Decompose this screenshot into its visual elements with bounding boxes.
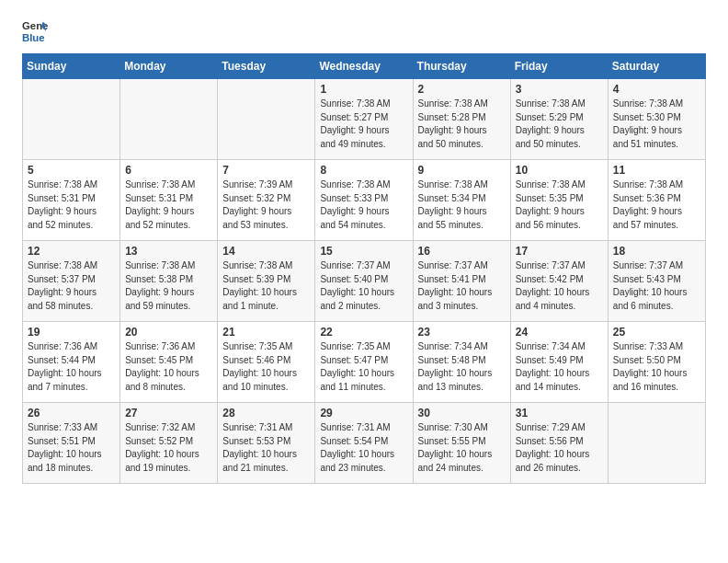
- day-number: 23: [418, 326, 506, 339]
- week-row-5: 26Sunrise: 7:33 AM Sunset: 5:51 PM Dayli…: [23, 403, 706, 484]
- day-info: Sunrise: 7:37 AM Sunset: 5:43 PM Dayligh…: [613, 259, 700, 313]
- day-cell: 11Sunrise: 7:38 AM Sunset: 5:36 PM Dayli…: [608, 160, 705, 241]
- day-cell: 28Sunrise: 7:31 AM Sunset: 5:53 PM Dayli…: [218, 403, 315, 484]
- day-info: Sunrise: 7:38 AM Sunset: 5:35 PM Dayligh…: [516, 178, 603, 232]
- day-number: 13: [125, 245, 212, 258]
- day-number: 5: [28, 164, 115, 177]
- day-info: Sunrise: 7:37 AM Sunset: 5:42 PM Dayligh…: [516, 259, 603, 313]
- day-number: 25: [613, 326, 700, 339]
- day-number: 15: [320, 245, 407, 258]
- day-number: 11: [613, 164, 700, 177]
- day-cell: [608, 403, 705, 484]
- day-number: 31: [516, 407, 603, 419]
- day-cell: 16Sunrise: 7:37 AM Sunset: 5:41 PM Dayli…: [413, 241, 510, 322]
- day-number: 8: [320, 164, 407, 177]
- day-cell: [218, 79, 315, 160]
- logo: General Blue: [22, 18, 51, 44]
- day-number: 9: [418, 164, 506, 177]
- day-info: Sunrise: 7:38 AM Sunset: 5:36 PM Dayligh…: [613, 178, 700, 232]
- day-number: 20: [125, 326, 212, 339]
- day-number: 27: [125, 407, 212, 419]
- day-info: Sunrise: 7:39 AM Sunset: 5:32 PM Dayligh…: [222, 178, 310, 232]
- day-number: 26: [28, 407, 115, 419]
- day-number: 22: [320, 326, 407, 339]
- day-info: Sunrise: 7:35 AM Sunset: 5:47 PM Dayligh…: [320, 340, 407, 394]
- col-header-tuesday: Tuesday: [218, 54, 315, 79]
- week-row-4: 19Sunrise: 7:36 AM Sunset: 5:44 PM Dayli…: [23, 322, 706, 403]
- day-cell: 19Sunrise: 7:36 AM Sunset: 5:44 PM Dayli…: [23, 322, 120, 403]
- day-cell: 21Sunrise: 7:35 AM Sunset: 5:46 PM Dayli…: [218, 322, 315, 403]
- day-cell: 22Sunrise: 7:35 AM Sunset: 5:47 PM Dayli…: [315, 322, 413, 403]
- day-cell: 8Sunrise: 7:38 AM Sunset: 5:33 PM Daylig…: [315, 160, 413, 241]
- day-cell: 29Sunrise: 7:31 AM Sunset: 5:54 PM Dayli…: [315, 403, 413, 484]
- logo-icon: General Blue: [22, 18, 48, 44]
- day-cell: 24Sunrise: 7:34 AM Sunset: 5:49 PM Dayli…: [510, 322, 608, 403]
- day-info: Sunrise: 7:33 AM Sunset: 5:50 PM Dayligh…: [613, 340, 700, 394]
- day-info: Sunrise: 7:36 AM Sunset: 5:45 PM Dayligh…: [125, 340, 212, 394]
- day-info: Sunrise: 7:38 AM Sunset: 5:39 PM Dayligh…: [222, 259, 310, 313]
- col-header-monday: Monday: [120, 54, 218, 79]
- day-number: 6: [125, 164, 212, 177]
- day-cell: 13Sunrise: 7:38 AM Sunset: 5:38 PM Dayli…: [120, 241, 218, 322]
- day-cell: 20Sunrise: 7:36 AM Sunset: 5:45 PM Dayli…: [120, 322, 218, 403]
- day-info: Sunrise: 7:38 AM Sunset: 5:29 PM Dayligh…: [516, 98, 603, 151]
- day-number: 17: [516, 245, 603, 258]
- day-number: 10: [516, 164, 603, 177]
- day-cell: 6Sunrise: 7:38 AM Sunset: 5:31 PM Daylig…: [120, 160, 218, 241]
- col-header-thursday: Thursday: [413, 54, 510, 79]
- day-number: 24: [516, 326, 603, 339]
- day-cell: 9Sunrise: 7:38 AM Sunset: 5:34 PM Daylig…: [413, 160, 510, 241]
- week-row-3: 12Sunrise: 7:38 AM Sunset: 5:37 PM Dayli…: [23, 241, 706, 322]
- day-cell: 14Sunrise: 7:38 AM Sunset: 5:39 PM Dayli…: [218, 241, 315, 322]
- day-number: 7: [222, 164, 310, 177]
- day-number: 18: [613, 245, 700, 258]
- day-info: Sunrise: 7:38 AM Sunset: 5:33 PM Dayligh…: [320, 178, 407, 232]
- day-info: Sunrise: 7:34 AM Sunset: 5:49 PM Dayligh…: [516, 340, 603, 394]
- day-cell: [23, 79, 120, 160]
- day-info: Sunrise: 7:38 AM Sunset: 5:37 PM Dayligh…: [28, 259, 115, 313]
- col-header-wednesday: Wednesday: [315, 54, 413, 79]
- day-info: Sunrise: 7:38 AM Sunset: 5:38 PM Dayligh…: [125, 259, 212, 313]
- header: General Blue: [22, 18, 706, 44]
- day-info: Sunrise: 7:32 AM Sunset: 5:52 PM Dayligh…: [125, 421, 212, 475]
- day-info: Sunrise: 7:36 AM Sunset: 5:44 PM Dayligh…: [28, 340, 115, 394]
- day-number: 21: [222, 326, 310, 339]
- day-cell: 23Sunrise: 7:34 AM Sunset: 5:48 PM Dayli…: [413, 322, 510, 403]
- day-cell: 30Sunrise: 7:30 AM Sunset: 5:55 PM Dayli…: [413, 403, 510, 484]
- day-cell: 26Sunrise: 7:33 AM Sunset: 5:51 PM Dayli…: [23, 403, 120, 484]
- day-cell: 12Sunrise: 7:38 AM Sunset: 5:37 PM Dayli…: [23, 241, 120, 322]
- day-number: 19: [28, 326, 115, 339]
- day-info: Sunrise: 7:35 AM Sunset: 5:46 PM Dayligh…: [222, 340, 310, 394]
- day-cell: 4Sunrise: 7:38 AM Sunset: 5:30 PM Daylig…: [608, 79, 705, 160]
- day-info: Sunrise: 7:38 AM Sunset: 5:27 PM Dayligh…: [320, 98, 407, 151]
- day-info: Sunrise: 7:38 AM Sunset: 5:31 PM Dayligh…: [125, 178, 212, 232]
- day-cell: [120, 79, 218, 160]
- day-number: 12: [28, 245, 115, 258]
- day-info: Sunrise: 7:38 AM Sunset: 5:31 PM Dayligh…: [28, 178, 115, 232]
- day-cell: 10Sunrise: 7:38 AM Sunset: 5:35 PM Dayli…: [510, 160, 608, 241]
- day-cell: 31Sunrise: 7:29 AM Sunset: 5:56 PM Dayli…: [510, 403, 608, 484]
- header-row: SundayMondayTuesdayWednesdayThursdayFrid…: [23, 54, 706, 79]
- day-info: Sunrise: 7:30 AM Sunset: 5:55 PM Dayligh…: [418, 421, 506, 475]
- day-info: Sunrise: 7:29 AM Sunset: 5:56 PM Dayligh…: [516, 421, 603, 475]
- day-cell: 27Sunrise: 7:32 AM Sunset: 5:52 PM Dayli…: [120, 403, 218, 484]
- day-cell: 17Sunrise: 7:37 AM Sunset: 5:42 PM Dayli…: [510, 241, 608, 322]
- day-info: Sunrise: 7:37 AM Sunset: 5:40 PM Dayligh…: [320, 259, 407, 313]
- day-info: Sunrise: 7:34 AM Sunset: 5:48 PM Dayligh…: [418, 340, 506, 394]
- day-cell: 1Sunrise: 7:38 AM Sunset: 5:27 PM Daylig…: [315, 79, 413, 160]
- day-info: Sunrise: 7:33 AM Sunset: 5:51 PM Dayligh…: [28, 421, 115, 475]
- day-number: 2: [418, 83, 506, 96]
- week-row-1: 1Sunrise: 7:38 AM Sunset: 5:27 PM Daylig…: [23, 79, 706, 160]
- day-number: 30: [418, 407, 506, 419]
- day-number: 4: [613, 83, 700, 96]
- day-cell: 18Sunrise: 7:37 AM Sunset: 5:43 PM Dayli…: [608, 241, 705, 322]
- day-number: 14: [222, 245, 310, 258]
- day-info: Sunrise: 7:31 AM Sunset: 5:54 PM Dayligh…: [320, 421, 407, 475]
- day-cell: 2Sunrise: 7:38 AM Sunset: 5:28 PM Daylig…: [413, 79, 510, 160]
- col-header-sunday: Sunday: [23, 54, 120, 79]
- svg-text:Blue: Blue: [22, 32, 45, 43]
- day-cell: 5Sunrise: 7:38 AM Sunset: 5:31 PM Daylig…: [23, 160, 120, 241]
- day-number: 28: [222, 407, 310, 419]
- day-info: Sunrise: 7:31 AM Sunset: 5:53 PM Dayligh…: [222, 421, 310, 475]
- week-row-2: 5Sunrise: 7:38 AM Sunset: 5:31 PM Daylig…: [23, 160, 706, 241]
